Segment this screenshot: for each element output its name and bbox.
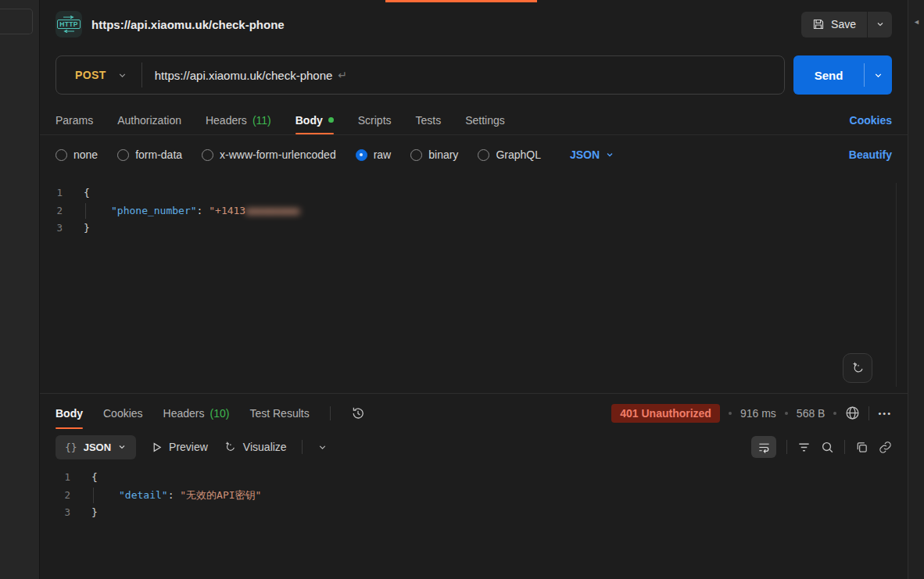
headers-count-badge: (11) xyxy=(252,114,271,127)
divider xyxy=(844,440,845,454)
right-sidebar-rail: ◄ xyxy=(908,0,924,579)
tab-body[interactable]: Body xyxy=(295,105,334,134)
send-options-button[interactable] xyxy=(865,55,892,95)
editor-scrollbar-track[interactable] xyxy=(896,183,897,387)
postbot-sparkle-icon xyxy=(850,360,865,376)
tab-params[interactable]: Params xyxy=(56,105,93,134)
divider xyxy=(302,440,303,454)
braces-icon: {} xyxy=(65,441,77,453)
language-selector[interactable]: JSON xyxy=(570,148,614,161)
code-line: 1 { xyxy=(40,184,908,202)
url-bar-divider xyxy=(141,63,142,88)
json-key: "phone_number" xyxy=(111,205,197,216)
radio-form-data[interactable]: form-data xyxy=(117,148,182,161)
save-icon xyxy=(812,18,825,30)
request-bar: POST https://api.xiaomu.uk/check-phone ↵… xyxy=(56,55,892,95)
arrow-right-icon xyxy=(63,16,75,19)
response-header: Body Cookies Headers (10) Test Results 4… xyxy=(40,395,908,431)
send-button[interactable]: Send xyxy=(793,55,864,95)
arrow-left-icon xyxy=(63,30,75,33)
url-input[interactable]: https://api.xiaomu.uk/check-phone xyxy=(155,69,333,82)
radio-x-www-form-urlencoded[interactable]: x-www-form-urlencoded xyxy=(202,148,336,161)
code-line: 2 "phone_number": "+1413●●●●●●●●●● xyxy=(40,202,908,220)
sidebar-collapsed-item[interactable] xyxy=(0,9,33,34)
chevron-down-icon xyxy=(117,442,127,452)
chevron-down-icon xyxy=(873,70,883,80)
visualize-button[interactable]: Visualize xyxy=(223,440,287,454)
tab-settings[interactable]: Settings xyxy=(465,105,505,134)
network-globe-icon[interactable] xyxy=(845,406,860,420)
save-options-button[interactable] xyxy=(868,12,892,38)
response-toolbar: {} JSON Preview Visualize xyxy=(40,432,908,462)
response-tab-cookies[interactable]: Cookies xyxy=(103,398,143,429)
wrap-text-button[interactable] xyxy=(751,436,776,458)
radio-raw[interactable]: raw xyxy=(356,148,392,161)
response-tools-right xyxy=(751,436,892,458)
copy-icon[interactable] xyxy=(855,441,868,454)
response-headers-count-badge: (10) xyxy=(210,407,230,420)
divider xyxy=(330,406,331,420)
tab-scripts[interactable]: Scripts xyxy=(358,105,392,134)
dot-separator xyxy=(785,412,788,415)
code-line: 1 { xyxy=(40,469,908,487)
radio-selected-icon xyxy=(356,149,367,161)
send-button-group: Send xyxy=(793,55,892,95)
more-options-button[interactable]: ••• xyxy=(878,409,892,418)
save-button-label: Save xyxy=(831,18,856,30)
response-tab-headers[interactable]: Headers (10) xyxy=(163,398,230,429)
tab-tests[interactable]: Tests xyxy=(416,105,442,134)
response-meta: 401 Unauthorized 916 ms 568 B ••• xyxy=(611,404,892,423)
request-body-editor[interactable]: 1 { 2 "phone_number": "+1413●●●●●●●●●● 3… xyxy=(40,180,908,394)
line-number: 1 xyxy=(40,469,91,487)
preview-button[interactable]: Preview xyxy=(151,441,208,453)
method-chevron-down-icon[interactable] xyxy=(117,70,127,80)
radio-graphql[interactable]: GraphQL xyxy=(478,148,541,161)
visualize-sparkle-icon xyxy=(223,440,237,454)
collapse-panel-icon[interactable]: ◄ xyxy=(913,19,920,26)
radio-icon xyxy=(117,149,129,161)
app-window: HTTP https://api.xiaomu.uk/check-phone S… xyxy=(0,0,924,579)
beautify-link[interactable]: Beautify xyxy=(849,148,892,161)
response-size: 568 B xyxy=(797,407,826,420)
cookies-link[interactable]: Cookies xyxy=(850,114,892,127)
code-line: 3 } xyxy=(40,220,908,238)
save-button-group: Save xyxy=(801,12,892,38)
left-sidebar xyxy=(0,0,40,579)
save-button[interactable]: Save xyxy=(801,12,867,38)
line-number: 3 xyxy=(40,220,84,238)
play-icon xyxy=(151,441,163,453)
wrap-text-icon xyxy=(757,441,771,454)
status-badge: 401 Unauthorized xyxy=(611,404,720,423)
response-format-selector[interactable]: {} JSON xyxy=(56,435,136,459)
tab-authorization[interactable]: Authorization xyxy=(117,105,181,134)
divider xyxy=(786,440,787,454)
response-body-editor[interactable]: 1 { 2 "detail": "无效的API密钥" 3 } xyxy=(40,466,908,579)
radio-icon xyxy=(56,149,67,161)
response-history-icon[interactable] xyxy=(351,406,365,420)
url-input-box[interactable]: POST https://api.xiaomu.uk/check-phone ↵ xyxy=(56,55,785,95)
redacted-value-blur: ●●●●●●●●●● xyxy=(245,205,299,216)
http-badge-label: HTTP xyxy=(57,20,80,30)
radio-icon xyxy=(202,149,213,161)
request-header-row: HTTP https://api.xiaomu.uk/check-phone S… xyxy=(40,0,908,48)
active-tab-underline xyxy=(56,427,83,429)
more-views-chevron-icon[interactable] xyxy=(317,442,328,452)
response-tab-test-results[interactable]: Test Results xyxy=(249,398,309,429)
radio-none[interactable]: none xyxy=(56,148,98,161)
response-tab-body[interactable]: Body xyxy=(56,398,83,429)
tab-headers[interactable]: Headers (11) xyxy=(206,105,271,134)
search-icon[interactable] xyxy=(821,441,834,454)
request-title: https://api.xiaomu.uk/check-phone xyxy=(91,18,285,31)
json-key: "detail" xyxy=(119,489,168,501)
method-selector[interactable]: POST xyxy=(56,69,117,81)
radio-icon xyxy=(478,149,489,161)
filter-icon[interactable] xyxy=(797,441,811,454)
line-number: 2 xyxy=(40,487,91,505)
radio-binary[interactable]: binary xyxy=(410,148,458,161)
postbot-ai-button[interactable] xyxy=(843,353,872,383)
link-icon[interactable] xyxy=(879,441,892,454)
dot-separator xyxy=(833,412,836,415)
json-value: "+1413 xyxy=(209,205,245,216)
request-tabs: Params Authorization Headers (11) Body S… xyxy=(40,105,908,135)
send-button-label: Send xyxy=(815,69,843,82)
